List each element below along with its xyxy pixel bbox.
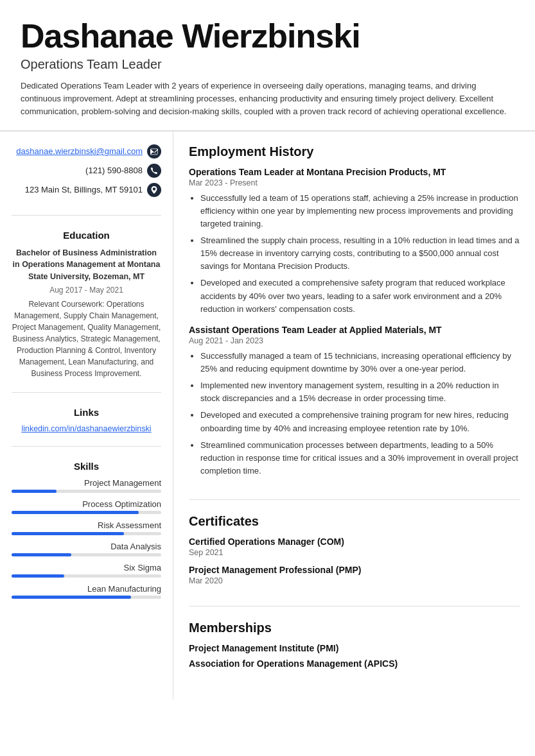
skill-bar-fill (12, 490, 57, 493)
skill-bar-fill (12, 511, 139, 514)
skill-bar-bg (12, 490, 161, 493)
education-coursework: Relevant Coursework: Operations Manageme… (12, 298, 161, 379)
location-icon (147, 183, 161, 197)
job-bullet: Streamlined communication processes betw… (200, 439, 520, 477)
skill-name: Process Optimization (12, 499, 161, 509)
email-link[interactable]: dashanae.wierzbinski@gmail.com (16, 146, 143, 156)
cert-date: Mar 2020 (189, 576, 520, 585)
employment-title: Employment History (189, 144, 520, 159)
contact-email: dashanae.wierzbinski@gmail.com (12, 144, 161, 159)
cert-name: Project Management Professional (PMP) (189, 565, 520, 575)
job-bullet: Successfully managed a team of 15 techni… (200, 350, 520, 375)
job-bullet: Successfully led a team of 15 operations… (200, 192, 520, 230)
skill-item: Process Optimization (12, 499, 161, 514)
cert-entry: Certified Operations Manager (COM) Sep 2… (189, 537, 520, 557)
skill-item: Data Analysis (12, 542, 161, 556)
cert-name: Certified Operations Manager (COM) (189, 537, 520, 547)
skill-name: Project Management (12, 478, 161, 488)
job-entry: Operations Team Leader at Montana Precis… (189, 167, 520, 316)
job-entry: Assistant Operations Team Leader at Appl… (189, 325, 520, 477)
education-section: Education Bachelor of Business Administr… (12, 230, 161, 393)
certificates-title: Certificates (189, 514, 520, 529)
contact-section: dashanae.wierzbinski@gmail.com (121) 590… (12, 144, 161, 216)
sidebar: dashanae.wierzbinski@gmail.com (121) 590… (0, 132, 173, 700)
contact-address: 123 Main St, Billings, MT 59101 (12, 183, 161, 197)
membership-name: Project Management Institute (PMI) (189, 643, 520, 653)
skill-name: Six Sigma (12, 563, 161, 572)
skill-bar-bg (12, 574, 161, 578)
contact-phone: (121) 590-8808 (12, 164, 161, 178)
skills-title: Skills (12, 461, 161, 472)
job-bullets-list: Successfully led a team of 15 operations… (189, 192, 520, 316)
skill-bar-bg (12, 553, 161, 556)
memberships-title: Memberships (189, 621, 520, 635)
skill-bar-bg (12, 511, 161, 514)
memberships-section: Memberships Project Management Institute… (189, 621, 520, 687)
address-text: 123 Main St, Billings, MT 59101 (25, 185, 143, 194)
job-dates: Mar 2023 - Present (189, 178, 520, 187)
candidate-name: Dashanae Wierzbinski (21, 18, 514, 55)
certificates-section: Certificates Certified Operations Manage… (189, 514, 520, 606)
education-title: Education (12, 230, 161, 241)
cert-entry: Project Management Professional (PMP) Ma… (189, 565, 520, 585)
skill-name: Risk Assessment (12, 520, 161, 530)
job-bullet: Developed and executed a comprehensive t… (200, 409, 520, 434)
job-title: Operations Team Leader at Montana Precis… (189, 167, 520, 177)
education-degree: Bachelor of Business Administration in O… (13, 248, 161, 282)
job-bullet: Streamlined the supply chain process, re… (200, 234, 520, 273)
certs-list: Certified Operations Manager (COM) Sep 2… (189, 537, 520, 585)
skill-bar-bg (12, 596, 161, 599)
main-content: Employment History Operations Team Leade… (173, 132, 535, 700)
job-bullets-list: Successfully managed a team of 15 techni… (189, 350, 520, 477)
skill-name: Data Analysis (12, 542, 161, 551)
phone-icon (147, 164, 161, 178)
skill-item: Risk Assessment (12, 520, 161, 535)
skill-bar-fill (12, 574, 64, 578)
candidate-title: Operations Team Leader (21, 57, 514, 72)
skills-section: Skills Project Management Process Optimi… (12, 461, 161, 618)
skill-item: Project Management (12, 478, 161, 493)
skill-item: Lean Manufacturing (12, 584, 161, 599)
phone-text: (121) 590-8808 (85, 166, 143, 175)
resume-header: Dashanae Wierzbinski Operations Team Lea… (0, 0, 535, 131)
linkedin-link[interactable]: linkedin.com/in/dashanaewierzbinski (12, 424, 161, 433)
cert-date: Sep 2021 (189, 548, 520, 557)
coursework-text: Operations Management, Supply Chain Mana… (12, 300, 161, 378)
skill-bar-fill (12, 596, 131, 599)
links-section: Links linkedin.com/in/dashanaewierzbinsk… (12, 407, 161, 447)
job-title: Assistant Operations Team Leader at Appl… (189, 325, 520, 335)
coursework-label: Relevant Coursework: (28, 300, 104, 309)
jobs-list: Operations Team Leader at Montana Precis… (189, 167, 520, 478)
skill-bar-fill (12, 532, 124, 535)
skill-name: Lean Manufacturing (12, 584, 161, 594)
skill-bar-bg (12, 532, 161, 535)
job-dates: Aug 2021 - Jan 2023 (189, 336, 520, 345)
skill-item: Six Sigma (12, 563, 161, 578)
email-icon (147, 144, 161, 159)
job-bullet: Implemented new inventory management sys… (200, 379, 520, 405)
candidate-summary: Dedicated Operations Team Leader with 2 … (21, 80, 514, 118)
membership-name: Association for Operations Management (A… (189, 658, 520, 669)
resume-body: dashanae.wierzbinski@gmail.com (121) 590… (0, 131, 535, 700)
skills-list: Project Management Process Optimization … (12, 478, 161, 599)
education-dates: Aug 2017 - May 2021 (12, 286, 161, 295)
skill-bar-fill (12, 553, 71, 556)
memberships-list: Project Management Institute (PMI)Associ… (189, 643, 520, 669)
employment-section: Employment History Operations Team Leade… (189, 144, 520, 501)
job-bullet: Developed and executed a comprehensive s… (200, 277, 520, 315)
links-title: Links (12, 407, 161, 418)
